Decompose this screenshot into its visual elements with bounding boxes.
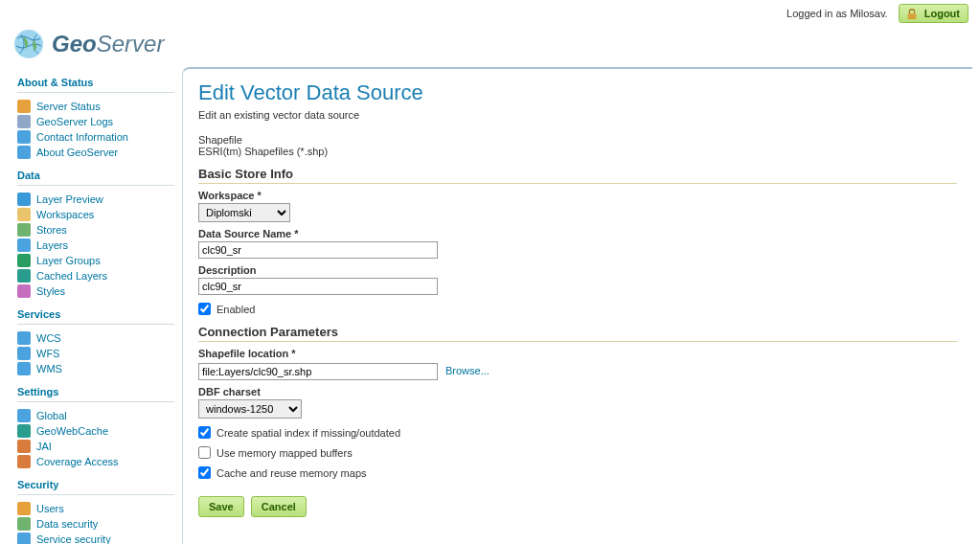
server-status-icon — [17, 100, 31, 113]
jai-icon — [17, 440, 31, 453]
sidebar-item[interactable]: GeoWebCache — [17, 423, 174, 439]
dsn-label: Data Source Name * — [198, 228, 957, 239]
sidebar-divider — [17, 92, 174, 93]
sidebar-item[interactable]: Data security — [17, 516, 174, 532]
coverage-icon — [17, 455, 31, 468]
sidebar-item-label[interactable]: Coverage Access — [36, 456, 119, 467]
dbf-charset-label: DBF charset — [198, 386, 957, 397]
create-index-checkbox[interactable] — [198, 426, 211, 439]
browse-link[interactable]: Browse... — [445, 365, 490, 376]
sidebar-item-label[interactable]: Stores — [36, 224, 67, 236]
logs-icon — [17, 115, 31, 128]
description-label: Description — [198, 264, 957, 276]
sidebar-item[interactable]: Contact Information — [17, 129, 174, 145]
save-button[interactable]: Save — [198, 496, 244, 517]
sidebar-divider — [17, 401, 174, 402]
sidebar-item[interactable]: WCS — [17, 330, 174, 346]
sidebar-item-label[interactable]: Contact Information — [36, 131, 128, 143]
sidebar-item-label[interactable]: About GeoServer — [36, 147, 118, 158]
sidebar-item[interactable]: About GeoServer — [17, 145, 174, 160]
styles-icon — [17, 284, 31, 298]
sidebar-item[interactable]: Stores — [17, 222, 174, 238]
sidebar-item[interactable]: Workspaces — [17, 207, 174, 222]
logout-button[interactable]: Logout — [899, 4, 969, 23]
sidebar-item[interactable]: Layer Groups — [17, 253, 174, 268]
create-index-label: Create spatial index if missing/outdated — [217, 427, 400, 439]
sidebar-item-label[interactable]: JAI — [36, 441, 52, 452]
sidebar-item[interactable]: Layer Preview — [17, 192, 174, 207]
sidebar-item-label[interactable]: GeoWebCache — [36, 425, 108, 437]
sidebar-item[interactable]: Service security — [17, 532, 174, 544]
contact-icon — [17, 130, 31, 144]
shapefile-location-input[interactable] — [198, 363, 438, 380]
page-subtitle: Edit an existing vector data source — [198, 109, 957, 121]
sidebar-item[interactable]: Users — [17, 501, 174, 516]
sidebar-item[interactable]: Server Status — [17, 99, 174, 114]
sidebar-item-label[interactable]: Cached Layers — [36, 270, 107, 282]
mmap-checkbox[interactable] — [198, 446, 211, 459]
sidebar-item[interactable]: Cached Layers — [17, 268, 174, 283]
gwc-icon — [17, 424, 31, 438]
sidebar-item-label[interactable]: Layer Preview — [36, 193, 103, 205]
sidebar-item-label[interactable]: Data security — [36, 518, 98, 530]
store-type-line1: Shapefile — [198, 134, 957, 146]
basic-store-info-heading: Basic Store Info — [198, 167, 957, 184]
sidebar-item[interactable]: WFS — [17, 346, 174, 361]
layer-preview-icon — [17, 193, 31, 206]
global-icon — [17, 409, 31, 422]
cache-checkbox[interactable] — [198, 466, 211, 479]
enabled-label: Enabled — [217, 304, 255, 315]
stores-icon — [17, 223, 31, 237]
logged-in-text: Logged in as Milosav. — [786, 8, 888, 19]
sidebar-item-label[interactable]: WMS — [36, 363, 62, 374]
data-security-icon — [17, 517, 31, 531]
workspaces-icon — [17, 208, 31, 221]
sidebar-item-label[interactable]: Server Status — [36, 101, 101, 112]
sidebar-item-label[interactable]: Global — [36, 410, 67, 421]
cache-label: Cache and reuse memory maps — [217, 467, 367, 479]
sidebar-item-label[interactable]: Layer Groups — [36, 255, 101, 266]
sidebar-section-title: Security — [17, 479, 174, 490]
wfs-icon — [17, 347, 31, 360]
sidebar: About & StatusServer StatusGeoServer Log… — [0, 67, 182, 544]
geoserver-logo[interactable]: GeoServer — [11, 27, 980, 61]
sidebar-section-title: Services — [17, 308, 174, 320]
sidebar-section-title: Data — [17, 170, 174, 181]
sidebar-item-label[interactable]: WCS — [36, 332, 61, 344]
sidebar-item[interactable]: WMS — [17, 361, 174, 376]
sidebar-section-title: About & Status — [17, 77, 174, 88]
sidebar-divider — [17, 185, 174, 186]
sidebar-item-label[interactable]: Styles — [36, 285, 65, 297]
sidebar-item-label[interactable]: Layers — [36, 239, 68, 251]
sidebar-item-label[interactable]: GeoServer Logs — [36, 116, 113, 127]
sidebar-item-label[interactable]: Workspaces — [36, 209, 94, 220]
header: GeoServer — [0, 23, 980, 67]
enabled-checkbox[interactable] — [198, 303, 211, 315]
sidebar-item[interactable]: Layers — [17, 238, 174, 253]
sidebar-item-label[interactable]: WFS — [36, 348, 59, 359]
globe-icon — [11, 27, 46, 61]
shapefile-location-label: Shapefile location * — [198, 348, 957, 359]
sidebar-section-title: Settings — [17, 386, 174, 397]
sidebar-item-label[interactable]: Service security — [36, 533, 111, 544]
users-icon — [17, 502, 31, 515]
workspace-select[interactable]: Diplomski — [198, 203, 290, 222]
sidebar-item[interactable]: Coverage Access — [17, 454, 174, 469]
sidebar-item[interactable]: JAI — [17, 439, 174, 454]
description-input[interactable] — [198, 278, 438, 295]
sidebar-item[interactable]: Global — [17, 408, 174, 423]
cancel-button[interactable]: Cancel — [251, 496, 307, 517]
sidebar-item[interactable]: GeoServer Logs — [17, 114, 174, 129]
logout-label: Logout — [924, 8, 960, 19]
sidebar-item[interactable]: Styles — [17, 283, 174, 299]
main-content: Edit Vector Data Source Edit an existing… — [182, 67, 972, 544]
wms-icon — [17, 362, 31, 375]
page-title: Edit Vector Data Source — [198, 80, 957, 105]
dbf-charset-select[interactable]: windows-1250 — [198, 399, 302, 419]
brand-text: GeoServer — [52, 31, 164, 57]
store-type-line2: ESRI(tm) Shapefiles (*.shp) — [198, 146, 957, 157]
dsn-input[interactable] — [198, 241, 438, 259]
layers-icon — [17, 238, 31, 252]
svg-rect-0 — [907, 13, 916, 19]
sidebar-item-label[interactable]: Users — [36, 503, 64, 514]
